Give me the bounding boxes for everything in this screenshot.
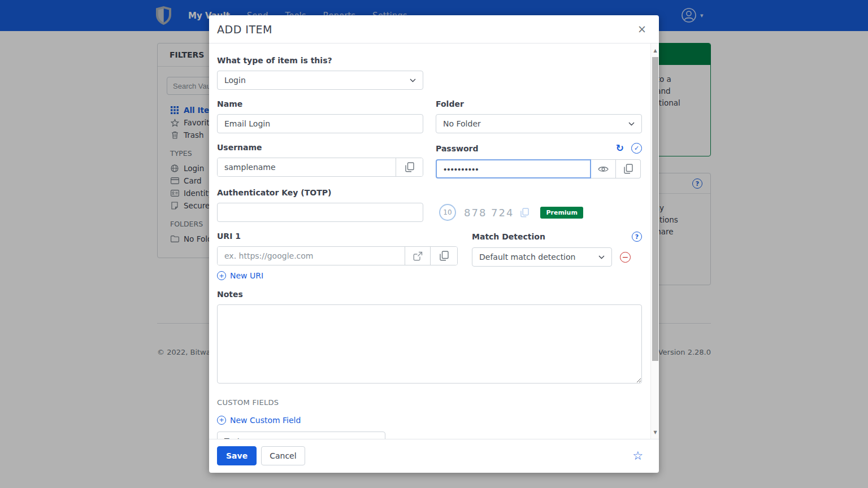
scrollbar-up-arrow[interactable]: ▲ [651,47,659,55]
modal-scrollbar[interactable]: ▲ ▼ [650,43,659,439]
item-type-value: Login [224,76,410,85]
totp-countdown: 10 [439,204,456,221]
totp-code: 878 724 [464,207,514,219]
scrollbar-down-arrow[interactable]: ▼ [651,429,659,437]
password-label: Password [436,144,478,153]
custom-fields-header: CUSTOM FIELDS [217,398,642,407]
custom-field-type-select[interactable]: Text [217,432,385,439]
totp-input[interactable] [217,203,423,222]
uri-input[interactable] [218,247,405,265]
modal-body: What type of item is this? Login Name Fo… [209,43,659,439]
notes-textarea[interactable] [217,304,642,384]
premium-badge: Premium [540,207,583,219]
notes-label: Notes [217,290,642,299]
toggle-password-visibility-button[interactable] [591,159,616,178]
custom-field-type-value: Text [224,437,372,439]
new-uri-label: New URI [230,271,263,280]
folder-value: No Folder [443,119,628,128]
name-label: Name [217,99,423,108]
uri-label: URI 1 [217,232,458,241]
copy-totp-button[interactable] [520,208,529,217]
add-item-modal: ADD ITEM × What type of item is this? Lo… [209,15,659,473]
copy-icon [405,162,414,172]
new-uri-link[interactable]: + New URI [217,271,263,280]
launch-icon [413,251,423,261]
generate-password-icon[interactable]: ↻ [616,143,624,153]
modal-header: ADD ITEM × [209,15,659,43]
password-input[interactable] [436,159,591,178]
plus-circle-icon: + [217,271,226,280]
save-button[interactable]: Save [217,446,257,465]
eye-icon [598,165,609,173]
chevron-down-icon [410,79,416,82]
totp-display: 10 878 724 Premium [439,203,583,222]
match-detection-value: Default match detection [479,252,598,262]
modal-title: ADD ITEM [217,23,272,36]
username-group [217,158,423,177]
uri-group [217,246,458,265]
check-password-icon[interactable]: ✓ [631,143,642,154]
copy-icon [520,208,529,217]
username-label: Username [217,143,423,152]
launch-uri-button[interactable] [405,247,430,265]
folder-label: Folder [436,99,642,108]
scrollbar-thumb[interactable] [652,57,658,361]
folder-select[interactable]: No Folder [436,114,642,133]
chevron-down-icon [628,122,635,126]
password-group [436,159,642,178]
item-type-label: What type of item is this? [217,56,642,65]
copy-password-button[interactable] [616,159,641,178]
favorite-star-icon[interactable]: ☆ [632,449,643,463]
plus-circle-icon: + [217,416,226,425]
cancel-button[interactable]: Cancel [261,446,305,465]
copy-uri-button[interactable] [430,247,457,265]
chevron-down-icon [598,255,605,259]
new-custom-field-link[interactable]: + New Custom Field [217,416,301,425]
name-input[interactable] [217,114,423,133]
username-input[interactable] [218,158,396,176]
copy-username-button[interactable] [396,158,423,176]
match-detection-label: Match Detection [472,232,545,241]
close-icon[interactable]: × [633,21,651,37]
modal-footer: Save Cancel ☆ [209,439,659,472]
help-icon[interactable]: ? [632,232,642,242]
copy-icon [440,251,449,261]
new-custom-field-label: New Custom Field [230,416,301,425]
totp-label: Authenticator Key (TOTP) [217,188,642,197]
match-detection-select[interactable]: Default match detection [472,247,612,267]
remove-uri-icon[interactable]: − [620,252,631,263]
item-type-select[interactable]: Login [217,71,423,90]
copy-icon [624,164,633,174]
